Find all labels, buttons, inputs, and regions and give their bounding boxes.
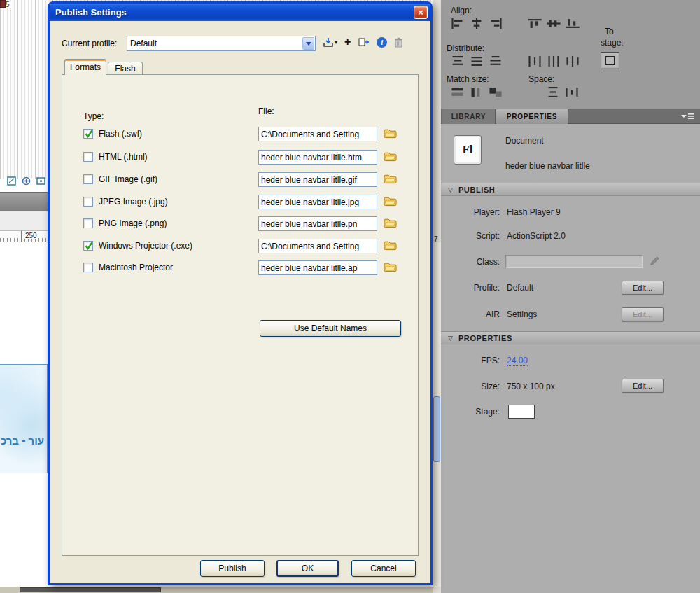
file-column-header: File: (258, 106, 274, 116)
align-panel: Align: Distribute: Match (441, 0, 700, 109)
file-input-html[interactable] (258, 150, 377, 165)
align-bottom-edge-icon[interactable] (566, 18, 580, 29)
publish-section-header[interactable]: ▽ PUBLISH (441, 183, 700, 196)
delete-profile-button[interactable] (394, 37, 403, 48)
checkbox-jpeg[interactable] (83, 197, 93, 207)
timeline-toolbar (7, 176, 46, 186)
horizontal-scrollbar-thumb[interactable] (20, 587, 161, 592)
profile-edit-button[interactable]: Edit... (622, 281, 664, 295)
match-height-icon[interactable] (470, 87, 484, 97)
distribute-vertical-center-icon[interactable] (470, 56, 484, 67)
format-row-png: PNG Image (.png) (62, 216, 418, 232)
align-top-edge-icon[interactable] (528, 18, 542, 29)
stage-artwork[interactable]: עור • ברכ (0, 364, 48, 473)
checkbox-macintosh-projector[interactable] (83, 263, 93, 272)
panel-menu-icon[interactable] (680, 112, 696, 120)
folder-button-windows-projector[interactable] (382, 240, 398, 253)
align-horizontal-center-icon[interactable] (470, 18, 484, 29)
edit-symbol-icon[interactable] (7, 176, 16, 186)
file-input-gif[interactable] (258, 172, 377, 187)
distribute-left-edge-icon[interactable] (528, 56, 542, 67)
file-input-jpeg[interactable] (258, 195, 377, 209)
format-label: GIF Image (.gif) (99, 174, 158, 184)
match-width-and-height-icon[interactable] (489, 87, 503, 97)
folder-button-gif[interactable] (382, 174, 398, 186)
type-column-header: Type: (83, 111, 104, 121)
import-export-profile-button[interactable]: ▾ (323, 37, 337, 47)
air-edit-button[interactable]: Edit... (622, 307, 664, 321)
folder-button-flash[interactable] (382, 128, 398, 141)
stage-bounds-icon (604, 55, 616, 66)
match-width-icon[interactable] (451, 87, 465, 97)
tab-formats[interactable]: Formats (64, 59, 106, 75)
folder-button-html[interactable] (382, 151, 398, 164)
folder-button-png[interactable] (382, 218, 398, 230)
class-input[interactable] (505, 255, 643, 268)
class-label: Class: (441, 257, 500, 267)
vertical-scrollbar-thumb[interactable] (433, 396, 440, 462)
profile-properties-button[interactable]: i (377, 37, 387, 48)
folder-icon (384, 218, 397, 228)
trash-icon (394, 37, 403, 48)
collapse-caret-icon: ▽ (448, 186, 453, 193)
file-input-flash[interactable] (258, 127, 377, 141)
stage-color-swatch[interactable] (508, 405, 535, 419)
align-left-edge-icon[interactable] (451, 18, 465, 29)
ok-button[interactable]: OK (276, 560, 339, 577)
player-value: Flash Player 9 (507, 207, 561, 217)
folder-icon (384, 128, 397, 139)
file-input-png[interactable] (258, 216, 377, 231)
align-horizontal-group (451, 18, 503, 29)
scene-icon[interactable] (36, 176, 46, 186)
space-evenly-horizontally-icon[interactable] (565, 87, 579, 97)
checkbox-gif[interactable] (83, 174, 93, 184)
distribute-right-edge-icon[interactable] (566, 56, 580, 67)
document-type-label: Document (505, 136, 544, 146)
format-row-flash: Flash (.swf) (62, 127, 418, 142)
space-group (546, 87, 579, 97)
align-vertical-center-icon[interactable] (547, 18, 561, 29)
distribute-bottom-edge-icon[interactable] (489, 56, 503, 67)
folder-icon (384, 151, 397, 162)
document-type-icon: Fl (454, 135, 482, 165)
file-input-windows-projector[interactable] (258, 239, 377, 253)
duplicate-profile-button[interactable] (358, 37, 370, 47)
stage-hebrew-text: עור • ברכ (1, 435, 44, 447)
file-input-macintosh-projector[interactable] (258, 260, 377, 275)
properties-section-header[interactable]: ▽ PROPERTIES (441, 331, 700, 344)
air-value: Settings (507, 309, 537, 319)
cancel-button[interactable]: Cancel (351, 560, 416, 577)
current-profile-dropdown[interactable]: Default (127, 36, 316, 51)
flash-application-window: 5 250 עור • ברכ 7 Align: (0, 0, 700, 593)
checkbox-html[interactable] (83, 152, 93, 162)
new-symbol-icon[interactable] (22, 176, 31, 186)
format-label: HTML (.html) (99, 152, 148, 162)
tab-properties[interactable]: PROPERTIES (496, 109, 568, 124)
tab-library[interactable]: LIBRARY (442, 109, 496, 124)
new-profile-button[interactable]: + (344, 36, 351, 48)
publish-button[interactable]: Publish (200, 560, 265, 577)
size-edit-button[interactable]: Edit... (622, 379, 664, 393)
distribute-horizontal-center-icon[interactable] (547, 56, 561, 67)
dialog-titlebar[interactable]: Publish Settings (50, 4, 430, 21)
folder-button-jpeg[interactable] (382, 196, 398, 209)
align-right-edge-icon[interactable] (489, 18, 503, 29)
formats-tab-page: Type: File: Flash (.swf) HTML (.html) GI… (62, 74, 419, 556)
panel-tab-bar: LIBRARY PROPERTIES (441, 109, 700, 124)
ruler-label: 250 (24, 232, 38, 239)
profile-label: Profile: (441, 283, 500, 293)
tab-flash[interactable]: Flash (108, 62, 143, 75)
fps-value[interactable]: 24.00 (507, 356, 528, 366)
close-icon[interactable]: × (414, 6, 428, 19)
folder-button-macintosh-projector[interactable] (382, 262, 398, 274)
to-stage-toggle-button[interactable] (601, 52, 620, 69)
pencil-icon[interactable] (650, 256, 661, 266)
use-default-names-button[interactable]: Use Default Names (260, 320, 401, 337)
checkbox-png[interactable] (83, 218, 93, 228)
distribute-top-edge-icon[interactable] (451, 56, 465, 67)
space-evenly-vertically-icon[interactable] (546, 87, 560, 97)
checkbox-flash[interactable] (83, 129, 93, 139)
checkbox-windows-projector[interactable] (83, 241, 93, 251)
document-name[interactable]: heder blue navbar litlle (505, 161, 590, 171)
dropdown-arrow-button[interactable] (302, 37, 314, 50)
